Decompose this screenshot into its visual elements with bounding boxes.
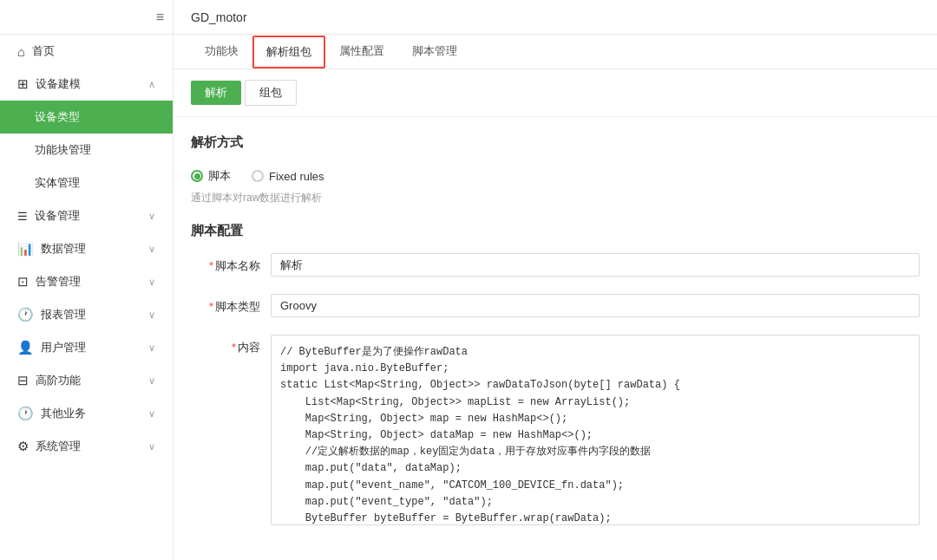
report-mgmt-icon: 🕐 [17, 307, 34, 322]
sub-tab-bar: 解析 组包 [174, 69, 937, 117]
chevron-down-icon2: ∨ [148, 244, 155, 255]
radio-script-label: 脚本 [208, 168, 231, 184]
sidebar: ≡ ⌂ 首页 ⊞ 设备建模 ∧ 设备类型 功能块管理 实体管理 ☰ 设备管理 ∨… [0, 0, 174, 560]
sidebar-item-entity-mgmt[interactable]: 实体管理 [0, 166, 173, 199]
script-name-input[interactable] [271, 253, 920, 277]
required-mark3: * [232, 341, 236, 354]
chevron-down-icon8: ∨ [148, 441, 155, 453]
form-row-content: *内容 // ByteBuffer是为了便操作rawData import ja… [191, 335, 920, 525]
sidebar-item-user-mgmt[interactable]: 👤 用户管理 ∨ [0, 331, 173, 364]
collapse-icon[interactable]: ≡ [156, 10, 164, 25]
sidebar-item-advanced[interactable]: ⊟ 高阶功能 ∨ [0, 364, 173, 397]
tab-attr-config[interactable]: 属性配置 [325, 35, 398, 69]
script-name-label: *脚本名称 [191, 253, 260, 274]
sys-mgmt-icon: ⚙ [17, 439, 29, 454]
form-row-script-type: *脚本类型 [191, 294, 920, 317]
sidebar-item-device-build[interactable]: ⊞ 设备建模 ∧ [0, 68, 173, 101]
main-body: 功能块 解析组包 属性配置 脚本管理 解析 组包 解析方式 脚本 Fixed r… [174, 35, 937, 560]
radio-script[interactable]: 脚本 [191, 168, 231, 184]
chevron-down-icon5: ∨ [148, 342, 155, 354]
chevron-down-icon6: ∨ [148, 375, 155, 387]
sidebar-item-func-block-mgmt[interactable]: 功能块管理 [0, 133, 173, 166]
chevron-down-icon4: ∨ [148, 309, 155, 321]
chevron-down-icon3: ∨ [148, 277, 155, 288]
radio-fixed-rules-label: Fixed rules [269, 170, 324, 183]
content-textarea[interactable]: // ByteBuffer是为了便操作rawData import java.n… [271, 335, 920, 525]
data-mgmt-icon: 📊 [17, 241, 34, 257]
other-biz-icon: 🕐 [17, 406, 34, 421]
content-area: 解析方式 脚本 Fixed rules 通过脚本对raw数据进行解析 脚本配置 … [174, 117, 937, 560]
sidebar-item-report-mgmt[interactable]: 🕐 报表管理 ∨ [0, 298, 173, 331]
page-title: GD_motor [191, 10, 247, 24]
device-build-icon: ⊞ [17, 76, 29, 92]
sidebar-item-sys-mgmt[interactable]: ⚙ 系统管理 ∨ [0, 430, 173, 463]
sidebar-item-device-mgmt[interactable]: ☰ 设备管理 ∨ [0, 199, 173, 232]
main-header: GD_motor [174, 0, 937, 35]
sub-tab-group[interactable]: 组包 [245, 80, 297, 106]
sub-tab-parse[interactable]: 解析 [191, 81, 241, 105]
tab-bar: 功能块 解析组包 属性配置 脚本管理 [174, 35, 937, 69]
radio-script-dot [191, 170, 203, 182]
parse-method-radio-group: 脚本 Fixed rules [191, 168, 920, 184]
sidebar-item-alarm-mgmt[interactable]: ⊡ 告警管理 ∨ [0, 265, 173, 298]
radio-fixed-rules-dot [252, 170, 264, 182]
form-row-script-name: *脚本名称 [191, 253, 920, 277]
tab-func-block[interactable]: 功能块 [191, 35, 252, 69]
chevron-down-icon: ∨ [148, 211, 155, 222]
advanced-icon: ⊟ [17, 373, 29, 388]
user-mgmt-icon: 👤 [17, 340, 34, 355]
script-config-title: 脚本配置 [191, 223, 920, 239]
device-mgmt-icon: ☰ [17, 210, 28, 223]
alarm-mgmt-icon: ⊡ [17, 274, 29, 290]
content-label: *内容 [191, 335, 260, 355]
parse-hint: 通过脚本对raw数据进行解析 [191, 191, 920, 205]
required-mark2: * [209, 300, 213, 313]
sidebar-header: ≡ [0, 0, 173, 35]
sidebar-item-home[interactable]: ⌂ 首页 [0, 35, 173, 68]
required-mark: * [209, 259, 213, 272]
sidebar-item-device-type[interactable]: 设备类型 [0, 101, 173, 133]
parse-section-title: 解析方式 [191, 134, 920, 154]
sidebar-item-other-biz[interactable]: 🕐 其他业务 ∨ [0, 397, 173, 430]
chevron-up-icon: ∧ [148, 79, 155, 90]
tab-parse-group[interactable]: 解析组包 [252, 36, 325, 68]
tab-script-mgmt[interactable]: 脚本管理 [398, 35, 471, 69]
home-icon: ⌂ [17, 44, 25, 59]
script-type-label: *脚本类型 [191, 294, 260, 315]
sidebar-item-data-mgmt[interactable]: 📊 数据管理 ∨ [0, 232, 173, 265]
chevron-down-icon7: ∨ [148, 408, 155, 420]
main-area: GD_motor 功能块 解析组包 属性配置 脚本管理 解析 组包 解析方式 脚… [174, 0, 937, 560]
script-type-input[interactable] [271, 294, 920, 317]
radio-fixed-rules[interactable]: Fixed rules [252, 170, 324, 183]
